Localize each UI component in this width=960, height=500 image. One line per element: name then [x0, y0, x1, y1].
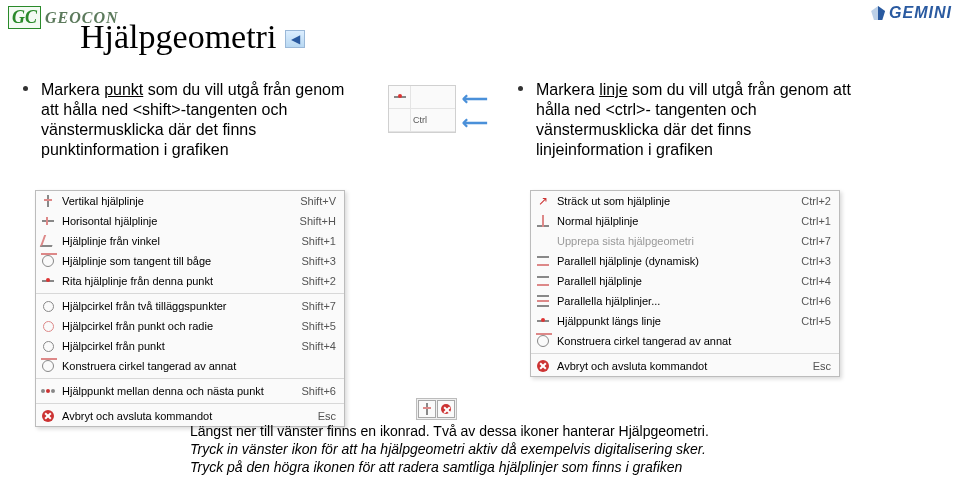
menu-item[interactable]: Konstruera cirkel tangerad av annat [531, 331, 839, 351]
point-icon [394, 96, 406, 98]
horizontal-line-icon [42, 220, 54, 222]
bullet-text: Markera [536, 81, 599, 98]
menu-item[interactable]: Rita hjälplinje från denna punktShift+2 [36, 271, 344, 291]
bullet-keyword: linje [599, 81, 627, 98]
gemini-icon [871, 6, 885, 20]
brand-mark: GC [8, 6, 41, 29]
menu-item-shortcut: Ctrl+6 [777, 295, 831, 307]
page-title: Hjälpgeometri [80, 18, 276, 56]
arrow-left-icon: ⟵ [462, 112, 488, 134]
menu-item[interactable]: Parallell hjälplinjeCtrl+4 [531, 271, 839, 291]
menu-item-icon [533, 213, 553, 229]
menu-item-label: Vertikal hjälplinje [62, 195, 282, 207]
bullet-icon [23, 86, 28, 91]
menu-item[interactable]: Hjälpcirkel från punktShift+4 [36, 336, 344, 356]
menu-item-icon [38, 193, 58, 209]
point-icon [537, 320, 549, 322]
parallel-lines-icon [537, 295, 549, 307]
menu-item-label: Horisontal hjälplinje [62, 215, 282, 227]
menu-item-label: Hjälpcirkel från punkt [62, 340, 282, 352]
menu-item-icon: ↗ [533, 193, 553, 209]
menu-item-shortcut: Shift+3 [282, 255, 336, 267]
menu-item[interactable]: Hjälppunkt mellan denna och nästa punktS… [36, 381, 344, 401]
menu-item[interactable]: Konstruera cirkel tangerad av annat [36, 356, 344, 376]
menu-item-label: Hjälpcirkel från punkt och radie [62, 320, 282, 332]
menu-item-icon [533, 313, 553, 329]
menu-item-shortcut: Ctrl+7 [777, 235, 831, 247]
menu-item-shortcut: Shift+H [282, 215, 336, 227]
menu-item-icon [38, 213, 58, 229]
menu-item-shortcut: Ctrl+5 [777, 315, 831, 327]
menu-item-label: Rita hjälplinje från denna punkt [62, 275, 282, 287]
menu-item-label: Hjälplinje från vinkel [62, 235, 282, 247]
perpendicular-icon [537, 215, 549, 227]
footer-text: Längst ner till vänster finns en ikonrad… [190, 422, 709, 477]
menu-item[interactable]: Parallella hjälplinjer...Ctrl+6 [531, 291, 839, 311]
menu-item[interactable]: Hjälppunkt längs linjeCtrl+5 [531, 311, 839, 331]
ctrl-context-menu: ↗Sträck ut som hjälplinjeCtrl+2Normal hj… [530, 190, 840, 377]
tangent-icon [42, 360, 54, 372]
menu-item-icon [38, 273, 58, 289]
ctrl-label: Ctrl [411, 109, 455, 131]
menu-item-shortcut: Shift+5 [282, 320, 336, 332]
right-bullet: Markera linje som du vill utgå från geno… [530, 80, 860, 160]
menu-item[interactable]: Parallell hjälplinje (dynamisk)Ctrl+3 [531, 251, 839, 271]
footer-line: Tryck in vänster ikon för att ha hjälpge… [190, 440, 709, 458]
menu-item-shortcut: Shift+1 [282, 235, 336, 247]
menu-item-label: Konstruera cirkel tangerad av annat [62, 360, 282, 372]
back-button[interactable]: ◀ [285, 30, 305, 48]
menu-item-shortcut: Ctrl+3 [777, 255, 831, 267]
menu-item-label: Konstruera cirkel tangerad av annat [557, 335, 777, 347]
menu-item-shortcut: Shift+6 [282, 385, 336, 397]
footer-line: Längst ner till vänster finns en ikonrad… [190, 422, 709, 440]
menu-item-icon [533, 273, 553, 289]
menu-item-label: Sträck ut som hjälplinje [557, 195, 777, 207]
menu-item-label: Normal hjälplinje [557, 215, 777, 227]
menu-item-label: Hjälplinje som tangent till båge [62, 255, 282, 267]
menu-item-icon [533, 293, 553, 309]
menu-item[interactable]: ↗Sträck ut som hjälplinjeCtrl+2 [531, 191, 839, 211]
bullet-keyword: punkt [104, 81, 143, 98]
menu-item-icon [38, 298, 58, 314]
menu-item[interactable]: Hjälplinje från vinkelShift+1 [36, 231, 344, 251]
menu-item[interactable]: Horisontal hjälplinjeShift+H [36, 211, 344, 231]
menu-item[interactable]: Hjälpcirkel från två tilläggspunkterShif… [36, 296, 344, 316]
circle-icon [43, 301, 54, 312]
close-icon [441, 404, 451, 414]
angle-icon [40, 235, 56, 247]
menu-item-icon [38, 253, 58, 269]
menu-separator [36, 403, 344, 404]
menu-item: Upprepa sista hjälpgeometriCtrl+7 [531, 231, 839, 251]
menu-item-shortcut: Shift+7 [282, 300, 336, 312]
menu-item-icon [38, 338, 58, 354]
extend-icon: ↗ [538, 195, 548, 207]
vertical-line-icon [47, 195, 49, 207]
footer-line: Tryck på den högra ikonen för att radera… [190, 458, 709, 476]
menu-item-label: Hjälpcirkel från två tilläggspunkter [62, 300, 282, 312]
hjalpgeometri-toggle-button[interactable] [418, 400, 436, 418]
menu-item[interactable]: Normal hjälplinjeCtrl+1 [531, 211, 839, 231]
menu-item[interactable]: Hjälplinje som tangent till bågeShift+3 [36, 251, 344, 271]
vertical-line-icon [426, 403, 428, 415]
menu-separator [531, 353, 839, 354]
menu-item-label: Parallell hjälplinje [557, 275, 777, 287]
toolbar-snippet [416, 398, 457, 420]
close-icon [537, 360, 549, 372]
point-icon [42, 280, 54, 282]
clear-hjalplinjer-button[interactable] [437, 400, 455, 418]
close-icon [42, 410, 54, 422]
menu-item-shortcut: Esc [777, 360, 831, 372]
menu-item-label: Avbryt och avsluta kommandot [557, 360, 777, 372]
menu-item-shortcut: Shift+V [282, 195, 336, 207]
menu-item[interactable]: Avbryt och avsluta kommandotEsc [531, 356, 839, 376]
menu-item[interactable]: Hjälpcirkel från punkt och radieShift+5 [36, 316, 344, 336]
menu-item-label: Hjälppunkt mellan denna och nästa punkt [62, 385, 282, 397]
menu-item-label: Hjälppunkt längs linje [557, 315, 777, 327]
tangent-icon [42, 255, 54, 267]
menu-item[interactable]: Vertikal hjälplinjeShift+V [36, 191, 344, 211]
menu-item-icon [533, 233, 553, 249]
menu-item-icon [533, 253, 553, 269]
parallel-icon [537, 256, 549, 266]
menu-item-icon [38, 358, 58, 374]
arrow-left-icon: ⟵ [462, 88, 488, 110]
